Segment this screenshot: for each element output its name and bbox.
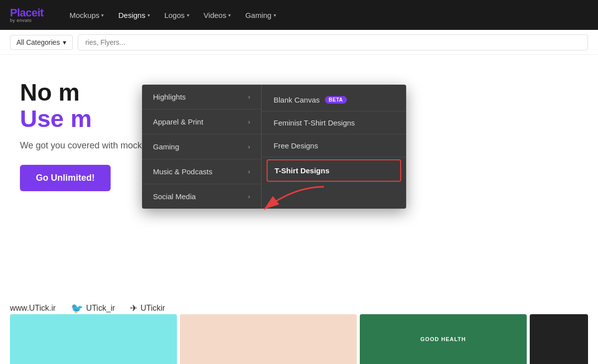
nav-designs[interactable]: Designs ▾ [112, 7, 155, 23]
nav-items: Mockups ▾ Designs ▾ Logos ▾ Videos ▾ Gam… [63, 7, 282, 23]
navbar: Placeit by envato Mockups ▾ Designs ▾ Lo… [0, 0, 598, 30]
nav-videos[interactable]: Videos ▾ [198, 7, 237, 23]
cards-row: GOOD HEALTH [0, 314, 598, 364]
chevron-down-icon: ▾ [228, 12, 231, 18]
nav-logos[interactable]: Logos ▾ [158, 7, 195, 23]
chevron-down-icon: ▾ [187, 12, 189, 18]
beta-badge: BETA [325, 96, 347, 104]
dropdown-item-music-podcasts[interactable]: Music & Podcasts › [142, 159, 261, 184]
dropdown-left-panel: Highlights › Apparel & Print › Gaming › … [142, 85, 262, 209]
chevron-right-icon: › [248, 93, 250, 101]
nav-mockups[interactable]: Mockups ▾ [63, 7, 110, 23]
chevron-down-icon: ▾ [63, 38, 66, 46]
twitter-icon: 🐦 [71, 302, 83, 314]
watermark-website: www.UTick.ir [10, 304, 56, 313]
chevron-right-icon: › [248, 193, 250, 200]
dropdown-right-blank-canvas[interactable]: Blank Canvas BETA [262, 89, 406, 112]
card-green: GOOD HEALTH [360, 314, 527, 364]
dropdown-right-panel: Blank Canvas BETA Feminist T-Shirt Desig… [262, 85, 406, 209]
telegram-icon: ✈ [130, 303, 138, 314]
search-input[interactable] [78, 34, 588, 50]
dropdown-right-feminist[interactable]: Feminist T-Shirt Designs [262, 112, 406, 134]
card-dark [530, 314, 588, 364]
chevron-down-icon: ▾ [274, 12, 276, 18]
logo[interactable]: Placeit by envato [10, 7, 43, 23]
watermark-twitter: 🐦 UTick_ir [71, 302, 115, 314]
dropdown-item-social-media[interactable]: Social Media › [142, 184, 261, 209]
all-categories-dropdown[interactable]: All Categories ▾ [10, 35, 73, 50]
search-bar: All Categories ▾ [0, 30, 598, 55]
dropdown-item-highlights[interactable]: Highlights › [142, 85, 261, 110]
chevron-right-icon: › [248, 118, 250, 125]
nav-gaming[interactable]: Gaming ▾ [239, 7, 282, 23]
dropdown-menu: Highlights › Apparel & Print › Gaming › … [142, 85, 406, 209]
logo-subtext: by envato [10, 18, 43, 23]
dropdown-item-apparel[interactable]: Apparel & Print › [142, 110, 261, 134]
watermark: www.UTick.ir 🐦 UTick_ir ✈ UTickir [10, 302, 165, 314]
dropdown-right-tshirt-designs[interactable]: T-Shirt Designs [267, 159, 401, 182]
card-peach [180, 314, 357, 364]
dropdown-right-free-designs[interactable]: Free Designs [262, 134, 406, 157]
chevron-right-icon: › [248, 168, 250, 175]
watermark-telegram: ✈ UTickir [130, 303, 165, 314]
logo-text: Placeit [10, 7, 43, 18]
chevron-right-icon: › [248, 143, 250, 150]
chevron-down-icon: ▾ [101, 12, 104, 18]
go-unlimited-button[interactable]: Go Unlimited! [20, 165, 111, 191]
dropdown-item-gaming[interactable]: Gaming › [142, 134, 261, 159]
card-cyan [10, 314, 177, 364]
chevron-down-icon: ▾ [148, 12, 150, 18]
